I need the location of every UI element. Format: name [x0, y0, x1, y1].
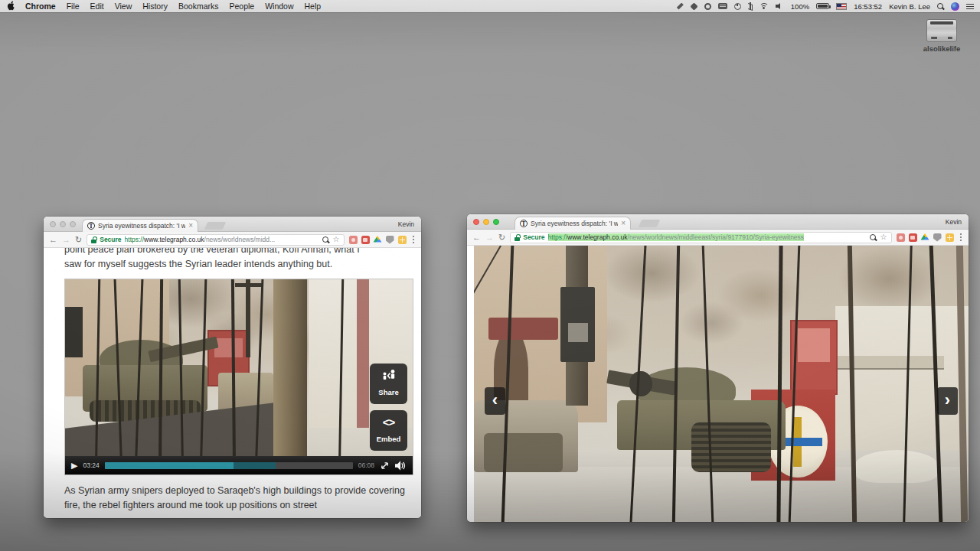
search-icon[interactable] — [870, 234, 877, 241]
drive-extension-icon[interactable] — [374, 236, 382, 243]
embed-button[interactable]: <> Embed — [370, 410, 407, 451]
fullscreen-icon[interactable] — [380, 461, 390, 471]
video-progress-bar[interactable] — [105, 462, 353, 469]
url-text-selected: https://www.telegraph.co.uk/news/worldne… — [548, 233, 805, 241]
extension-icon-pink[interactable] — [897, 233, 905, 242]
video-still — [65, 279, 413, 474]
back-icon[interactable]: ← — [49, 236, 57, 244]
url-scheme: https:// — [548, 233, 568, 241]
drive-label: alsolikelife — [917, 44, 966, 53]
address-bar[interactable]: Secure https://www.telegraph.co.uk/news/… — [510, 232, 891, 243]
transformer-panel — [568, 323, 588, 342]
new-tab-button[interactable] — [639, 220, 660, 227]
telegraph-favicon: T — [520, 220, 528, 227]
battery-icon[interactable] — [816, 3, 829, 9]
shield-extension-icon[interactable] — [386, 236, 394, 244]
pole-crossarm — [235, 283, 263, 287]
video-duration: 06:08 — [358, 458, 374, 473]
drive-extension-icon[interactable] — [921, 233, 929, 241]
desktop-volume-alsolikelife[interactable]: alsolikelife — [917, 19, 966, 53]
search-icon[interactable] — [322, 236, 329, 243]
menu-item-help[interactable]: Help — [305, 2, 322, 11]
wifi-icon[interactable] — [760, 3, 769, 10]
menu-item-file[interactable]: File — [67, 2, 80, 11]
dropbox-status-icon[interactable] — [690, 2, 697, 10]
secure-lock-icon — [514, 234, 520, 241]
reload-icon[interactable]: ↻ — [498, 233, 505, 242]
url-path: /news/worldnews/middleeast/syria/9177910… — [628, 233, 805, 241]
rubble-pile — [854, 450, 939, 483]
embed-label: Embed — [377, 432, 401, 446]
titlebar[interactable]: T Syria eyewitness dispatch: 'I w × Kevi… — [467, 214, 969, 230]
address-bar[interactable]: Secure https://www.telegraph.co.uk/news/… — [87, 234, 344, 246]
gallery-next-button[interactable]: › — [937, 387, 958, 415]
video-progress-fill — [105, 462, 234, 469]
volume-menubar-icon[interactable] — [776, 3, 784, 10]
play-icon[interactable]: ▶ — [71, 461, 77, 470]
menubar-clock[interactable]: 16:53:52 — [854, 2, 882, 11]
clock-status-icon[interactable] — [734, 3, 741, 10]
bluetooth-icon[interactable] — [748, 2, 753, 10]
tab-close-icon[interactable]: × — [188, 222, 193, 230]
minimize-window-button[interactable] — [483, 219, 489, 225]
keyboard-layout-flag-icon[interactable] — [836, 3, 847, 10]
notification-center-icon[interactable] — [966, 3, 974, 10]
menu-item-people[interactable]: People — [229, 2, 254, 11]
notes-extension-icon[interactable] — [398, 236, 407, 244]
chevron-right-icon: › — [945, 390, 950, 410]
profile-name[interactable]: Kevin — [946, 218, 962, 226]
menubar-user-name[interactable]: Kevin B. Lee — [889, 2, 930, 11]
article-page: point peace plan brokered by the veteran… — [44, 248, 421, 518]
gallery-prev-button[interactable]: ‹ — [485, 387, 505, 415]
notes-extension-icon[interactable] — [946, 233, 954, 242]
profile-name[interactable]: Kevin — [398, 220, 414, 228]
extension-icon-red[interactable] — [361, 236, 370, 244]
new-tab-button[interactable] — [204, 222, 226, 230]
menu-item-window[interactable]: Window — [265, 2, 293, 11]
bookmark-star-icon[interactable]: ☆ — [880, 233, 887, 241]
bookmark-star-icon[interactable]: ☆ — [333, 236, 340, 243]
building-stripe — [357, 279, 369, 432]
tab-title: Syria eyewitness dispatch: 'I w — [531, 220, 618, 227]
keyboard-status-icon[interactable] — [718, 3, 727, 9]
titlebar[interactable]: T Syria eyewitness dispatch: 'I w × Kevi… — [44, 217, 421, 232]
menu-item-bookmarks[interactable]: Bookmarks — [178, 2, 219, 11]
browser-tab[interactable]: T Syria eyewitness dispatch: 'I w × — [82, 219, 198, 232]
record-status-icon[interactable] — [704, 3, 711, 10]
close-window-button[interactable] — [50, 221, 56, 227]
extension-icon-pink[interactable] — [349, 236, 358, 244]
spotlight-search-icon[interactable] — [937, 3, 944, 10]
browser-tab[interactable]: T Syria eyewitness dispatch: 'I w × — [514, 217, 631, 230]
browser-toolbar: ← → ↻ Secure https://www.telegraph.co.uk… — [467, 230, 969, 246]
volume-icon[interactable] — [395, 461, 407, 471]
apple-menu-icon[interactable] — [6, 1, 15, 12]
menu-item-view[interactable]: View — [115, 2, 132, 11]
forward-icon[interactable]: → — [485, 233, 494, 242]
back-icon[interactable]: ← — [472, 233, 481, 242]
extension-icon-red[interactable] — [909, 233, 917, 242]
tab-close-icon[interactable]: × — [621, 220, 626, 227]
chrome-menu-icon[interactable] — [413, 239, 415, 241]
article-line: saw for myself suggests the Syrian leade… — [64, 257, 410, 272]
minimize-window-button[interactable] — [60, 221, 66, 227]
video-player[interactable]: Share <> Embed ▶ 03:24 06:08 — [64, 279, 413, 475]
photo-scene — [474, 246, 969, 522]
siri-icon[interactable] — [951, 2, 959, 11]
menu-item-history[interactable]: History — [142, 2, 168, 11]
omnibox-actions: ☆ — [322, 236, 340, 243]
zoom-window-button[interactable] — [493, 219, 499, 225]
browser-window-left: T Syria eyewitness dispatch: 'I w × Kevi… — [44, 217, 421, 518]
url-host: www.telegraph.co.uk — [567, 233, 627, 241]
menu-item-edit[interactable]: Edit — [90, 2, 104, 11]
chrome-menu-icon[interactable] — [960, 236, 962, 239]
browser-window-right: T Syria eyewitness dispatch: 'I w × Kevi… — [467, 214, 969, 522]
reload-icon[interactable]: ↻ — [75, 236, 82, 244]
zoom-window-button[interactable] — [70, 221, 76, 227]
wrecked-vehicles — [484, 433, 563, 472]
menu-item-chrome[interactable]: Chrome — [25, 2, 56, 11]
pen-status-icon[interactable] — [677, 3, 684, 10]
forward-icon[interactable]: → — [62, 236, 70, 244]
close-window-button[interactable] — [473, 219, 479, 225]
share-button[interactable]: Share — [370, 364, 407, 404]
shield-extension-icon[interactable] — [933, 233, 942, 242]
